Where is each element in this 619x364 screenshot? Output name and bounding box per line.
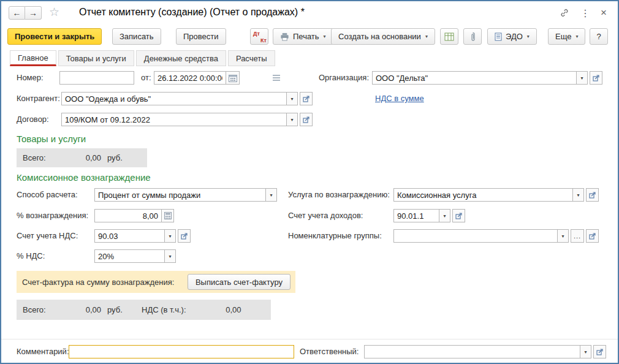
chevron-down-icon: ▾ xyxy=(324,34,326,39)
responsible-dropdown-button[interactable]: ▾ xyxy=(580,345,591,358)
report-table-icon xyxy=(444,32,454,41)
responsible-input[interactable] xyxy=(364,345,580,358)
counterparty-input[interactable] xyxy=(61,92,287,105)
income-account-open-button[interactable] xyxy=(452,209,465,222)
chevron-down-icon: ▾ xyxy=(527,34,530,39)
help-button[interactable]: ? xyxy=(590,28,608,45)
dt-kt-icon: Дт Кт xyxy=(253,31,265,42)
more-button[interactable]: Еще ▾ xyxy=(548,28,585,45)
vat-percent-dropdown-button[interactable]: ▾ xyxy=(165,249,176,263)
goods-currency: руб. xyxy=(107,153,123,162)
vat-in-total-link[interactable]: НДС в сумме xyxy=(375,94,424,103)
calculator-button[interactable] xyxy=(162,209,174,222)
open-icon xyxy=(455,213,462,219)
chevron-down-icon: ▾ xyxy=(577,192,579,198)
nav-buttons: ← → xyxy=(9,6,42,20)
responsible-open-button[interactable] xyxy=(593,345,606,358)
organization-dropdown-button[interactable]: ▾ xyxy=(577,71,588,85)
calc-method-input[interactable] xyxy=(94,188,266,202)
vat-account-open-button[interactable] xyxy=(178,229,191,243)
reward-percent-input[interactable] xyxy=(94,209,162,222)
vat-percent-field: ▾ xyxy=(94,249,176,263)
date-field xyxy=(154,71,240,85)
organization-open-button[interactable] xyxy=(590,71,602,85)
organization-field: ▾ xyxy=(372,71,602,85)
contract-field: ▾ xyxy=(61,113,313,126)
organization-input[interactable] xyxy=(372,71,577,85)
forward-button[interactable]: → xyxy=(25,6,42,20)
open-icon xyxy=(181,233,188,240)
related-documents-button[interactable] xyxy=(440,28,458,45)
comment-label: Комментарий: xyxy=(17,345,69,358)
counterparty-dropdown-button[interactable]: ▾ xyxy=(287,92,298,105)
chevron-down-icon: ▾ xyxy=(169,233,171,239)
contract-input[interactable] xyxy=(61,113,287,126)
back-button[interactable]: ← xyxy=(9,6,25,20)
window-menu-icon[interactable]: ⋮ xyxy=(579,7,592,19)
edo-button[interactable]: ЭДО ▾ xyxy=(487,28,537,45)
service-dropdown-button[interactable]: ▾ xyxy=(573,188,584,202)
open-icon xyxy=(593,75,599,82)
nomenclature-groups-open-button[interactable] xyxy=(586,229,599,243)
reward-percent-field xyxy=(94,209,174,222)
chevron-down-icon: ▾ xyxy=(584,349,587,355)
income-account-dropdown-button[interactable]: ▾ xyxy=(439,209,450,222)
attachments-button[interactable] xyxy=(463,28,482,45)
commission-total-value: 0,00 xyxy=(52,305,101,314)
counterparty-open-button[interactable] xyxy=(300,92,313,105)
chevron-down-icon: ▾ xyxy=(291,117,293,123)
service-input[interactable] xyxy=(393,188,573,202)
date-input[interactable] xyxy=(154,71,226,85)
contract-dropdown-button[interactable]: ▾ xyxy=(287,113,298,126)
close-icon[interactable]: × xyxy=(597,7,610,19)
list-icon xyxy=(272,74,281,82)
issue-invoice-button[interactable]: Выписать счет-фактуру xyxy=(188,274,291,290)
nomenclature-groups-ellipsis-button[interactable]: ... xyxy=(571,229,584,243)
counterparty-field: ▾ xyxy=(61,92,313,105)
chevron-down-icon: ▾ xyxy=(291,96,293,102)
vat-account-input[interactable] xyxy=(94,229,165,243)
calc-method-field: ▾ xyxy=(94,188,277,202)
vat-account-dropdown-button[interactable]: ▾ xyxy=(165,229,176,243)
calendar-button[interactable] xyxy=(226,71,240,85)
open-icon xyxy=(596,349,603,355)
commission-section-title: Комиссионное вознаграждение xyxy=(17,172,151,183)
print-button[interactable]: Печать ▾ xyxy=(273,28,333,45)
vat-percent-input[interactable] xyxy=(94,249,165,263)
tab-settlements[interactable]: Расчеты xyxy=(228,50,275,66)
document-list-button[interactable] xyxy=(270,71,283,85)
tab-cash[interactable]: Денежные средства xyxy=(136,50,226,66)
post-and-close-button[interactable]: Провести и закрыть xyxy=(7,28,102,45)
printer-icon xyxy=(280,32,289,41)
favorite-star-icon[interactable]: ☆ xyxy=(49,5,59,19)
comment-input[interactable] xyxy=(69,345,294,358)
nomenclature-groups-input[interactable] xyxy=(393,229,558,243)
goods-total-label: Всего: xyxy=(23,153,52,162)
post-button[interactable]: Провести xyxy=(176,28,226,45)
save-button[interactable]: Записать xyxy=(112,28,161,45)
organization-label: Организация: xyxy=(319,71,369,85)
get-link-icon[interactable] xyxy=(558,7,571,19)
paperclip-icon xyxy=(470,32,476,42)
nomenclature-groups-field: ▾ ... xyxy=(393,229,599,243)
back-arrow-icon: ← xyxy=(13,8,21,18)
contract-open-button[interactable] xyxy=(300,113,313,126)
service-open-button[interactable] xyxy=(586,188,599,202)
date-label: от: xyxy=(141,71,151,85)
number-input[interactable] xyxy=(59,71,134,85)
tab-main[interactable]: Главное xyxy=(10,50,56,66)
vat-account-field: ▾ xyxy=(94,229,191,243)
vat-incl-label: НДС (в т.ч.): xyxy=(142,305,186,314)
nomenclature-groups-dropdown-button[interactable]: ▾ xyxy=(558,229,569,243)
create-on-basis-button[interactable]: Создать на основании ▾ xyxy=(331,28,435,45)
ellipsis-icon: ... xyxy=(574,233,581,239)
vat-account-label: Счет учета НДС: xyxy=(17,229,78,243)
tab-goods-services[interactable]: Товары и услуги xyxy=(58,50,134,66)
calc-method-dropdown-button[interactable]: ▾ xyxy=(266,188,277,202)
reward-percent-label: % вознаграждения: xyxy=(17,209,88,222)
chevron-down-icon: ▾ xyxy=(270,192,272,198)
page-title: Отчет комитенту (создание) (Отчет о прод… xyxy=(79,7,305,18)
income-account-input[interactable] xyxy=(393,209,439,222)
dt-kt-button[interactable]: Дт Кт xyxy=(250,28,268,45)
commission-total-band: Всего: 0,00 руб. НДС (в т.ч.): 0,00 xyxy=(17,300,271,320)
